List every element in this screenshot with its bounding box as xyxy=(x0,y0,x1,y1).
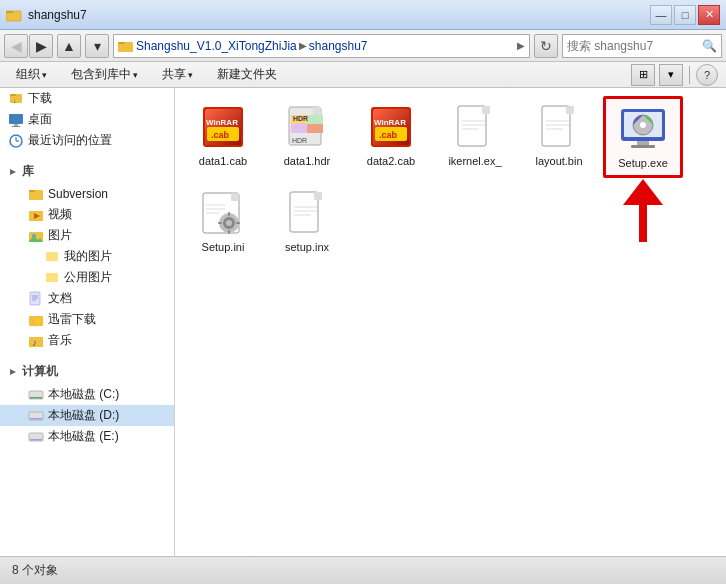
back-button[interactable]: ◀ xyxy=(4,34,28,58)
file-item-setup-ini[interactable]: Setup.ini xyxy=(183,182,263,260)
menu-organize[interactable]: 组织▾ xyxy=(8,64,55,85)
sidebar-item-video[interactable]: 视频 xyxy=(0,204,174,225)
window-title: shangshu7 xyxy=(28,8,87,22)
svg-text:HDR: HDR xyxy=(293,115,308,122)
sidebar-item-desktop[interactable]: 桌面 xyxy=(0,109,174,130)
file-item-data2-cab[interactable]: WinRAR .cab data2.cab xyxy=(351,96,431,178)
sidebar-label-pictures: 图片 xyxy=(48,227,72,244)
computer-section-label: 计算机 xyxy=(22,363,58,380)
sidebar-item-documents[interactable]: 文档 xyxy=(0,288,174,309)
svg-marker-78 xyxy=(623,179,663,205)
close-button[interactable]: ✕ xyxy=(698,5,720,25)
svg-text:WinRAR: WinRAR xyxy=(374,118,406,127)
sidebar-item-drive-c[interactable]: 本地磁盘 (C:) xyxy=(0,384,174,405)
file-item-data1-cab[interactable]: WinRAR .cab data1.cab xyxy=(183,96,263,178)
view-toggle-button[interactable]: ⊞ xyxy=(631,64,655,86)
svg-rect-9 xyxy=(14,124,18,126)
data1-hdr-icon: HDR HDR xyxy=(283,103,331,151)
help-button[interactable]: ? xyxy=(696,64,718,86)
refresh-button[interactable]: ↻ xyxy=(534,34,558,58)
svg-text:⚡: ⚡ xyxy=(33,316,44,328)
svg-text:♪: ♪ xyxy=(32,337,37,348)
title-bar-left: shangshu7 xyxy=(6,7,87,23)
library-arrow: ▾ xyxy=(133,70,138,80)
folder-icon xyxy=(118,38,134,54)
svg-rect-52 xyxy=(307,124,323,133)
search-icon: 🔍 xyxy=(702,39,717,53)
file-item-layout[interactable]: layout.bin xyxy=(519,96,599,178)
view-details-button[interactable]: ▾ xyxy=(659,64,683,86)
svg-text:WinRAR: WinRAR xyxy=(206,118,238,127)
file-item-data1-hdr[interactable]: HDR HDR data1.hdr xyxy=(267,96,347,178)
maximize-button[interactable]: □ xyxy=(674,5,696,25)
svg-rect-4 xyxy=(118,42,125,44)
file-item-setup-exe[interactable]: Setup.exe xyxy=(603,96,683,178)
svg-rect-50 xyxy=(307,115,323,124)
path-segment-1[interactable]: Shangshu_V1.0_XiTongZhiJia xyxy=(136,39,297,53)
sidebar-item-recent[interactable]: 最近访问的位置 xyxy=(0,130,174,151)
data2-cab-icon: WinRAR .cab xyxy=(367,103,415,151)
svg-marker-32 xyxy=(10,369,16,375)
data1-cab-icon: WinRAR .cab xyxy=(199,103,247,151)
minimize-button[interactable]: — xyxy=(650,5,672,25)
recent-icon xyxy=(8,133,24,149)
svg-rect-59 xyxy=(458,106,486,146)
up-button[interactable]: ▲ xyxy=(57,34,81,58)
subversion-icon xyxy=(28,186,44,202)
sidebar-item-subversion[interactable]: Subversion xyxy=(0,184,174,204)
sidebar-item-drive-d[interactable]: 本地磁盘 (D:) xyxy=(0,405,174,426)
svg-rect-85 xyxy=(228,212,230,216)
sidebar-item-download[interactable]: ↓ 下载 xyxy=(0,88,174,109)
address-bar[interactable]: Shangshu_V1.0_XiTongZhiJia ▶ shangshu7 ▶ xyxy=(113,34,530,58)
file-name-data1-hdr: data1.hdr xyxy=(284,155,330,167)
search-box[interactable]: 🔍 xyxy=(562,34,722,58)
sidebar-label-drive-d: 本地磁盘 (D:) xyxy=(48,407,119,424)
sidebar: ↓ 下载 桌面 最近访问的位置 库 xyxy=(0,88,175,556)
svg-rect-34 xyxy=(30,397,42,399)
computer-section-header[interactable]: 计算机 xyxy=(0,359,174,384)
thunder-icon: ⚡ xyxy=(28,312,44,328)
mypictures-icon xyxy=(44,249,60,265)
file-name-setup-ini: Setup.ini xyxy=(202,241,245,253)
path-dropdown[interactable]: ▶ xyxy=(517,40,525,51)
file-name-layout: layout.bin xyxy=(535,155,582,167)
sidebar-item-thunder[interactable]: ⚡ 迅雷下载 xyxy=(0,309,174,330)
svg-rect-76 xyxy=(631,145,655,148)
setup-inx-icon xyxy=(283,189,331,237)
desktop-icon xyxy=(8,112,24,128)
svg-rect-16 xyxy=(29,190,35,192)
sidebar-item-pictures[interactable]: 图片 xyxy=(0,225,174,246)
sidebar-item-music[interactable]: ♪ 音乐 xyxy=(0,330,174,351)
path-segment-2[interactable]: shangshu7 xyxy=(309,39,368,53)
nav-group: ◀ ▶ xyxy=(4,34,53,58)
file-item-setup-inx[interactable]: setup.inx xyxy=(267,182,347,260)
sidebar-label-video: 视频 xyxy=(48,206,72,223)
svg-marker-14 xyxy=(10,169,16,175)
menu-new-folder[interactable]: 新建文件夹 xyxy=(209,64,285,85)
forward-button[interactable]: ▶ xyxy=(29,34,53,58)
organize-arrow: ▾ xyxy=(42,70,47,80)
sidebar-label-desktop: 桌面 xyxy=(28,111,52,128)
sidebar-item-drive-e[interactable]: 本地磁盘 (E:) xyxy=(0,426,174,447)
file-item-ikernel[interactable]: ikernel.ex_ xyxy=(435,96,515,178)
recent-button[interactable]: ▾ xyxy=(85,34,109,58)
status-bar: 8 个对象 xyxy=(0,556,726,584)
sidebar-item-publicpictures[interactable]: 公用图片 xyxy=(0,267,174,288)
menu-include-library[interactable]: 包含到库中▾ xyxy=(63,64,146,85)
library-section-header[interactable]: 库 xyxy=(0,159,174,184)
sidebar-label-publicpictures: 公用图片 xyxy=(64,269,112,286)
library-expand-icon xyxy=(8,167,18,177)
drive-c-icon xyxy=(28,387,44,403)
setup-exe-icon xyxy=(619,105,667,153)
title-controls: — □ ✕ xyxy=(650,5,720,25)
svg-rect-88 xyxy=(236,222,240,224)
setup-exe-outer: Setup.exe xyxy=(603,96,683,178)
menu-share[interactable]: 共享▾ xyxy=(154,64,201,85)
svg-text:.cab: .cab xyxy=(379,130,398,140)
svg-text:↓: ↓ xyxy=(13,97,17,104)
pictures-icon xyxy=(28,228,44,244)
search-input[interactable] xyxy=(567,39,700,53)
svg-point-84 xyxy=(226,220,232,226)
sidebar-label-download: 下载 xyxy=(28,90,52,107)
sidebar-item-mypictures[interactable]: 我的图片 xyxy=(0,246,174,267)
